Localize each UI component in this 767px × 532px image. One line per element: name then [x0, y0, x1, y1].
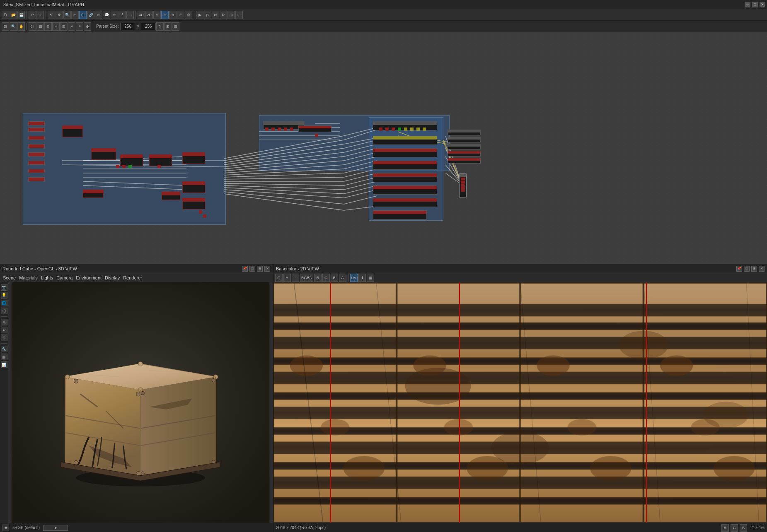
- status-icon-b[interactable]: B: [740, 524, 747, 532]
- node-10[interactable]: [91, 148, 116, 160]
- tb-link[interactable]: 🔗: [87, 11, 94, 19]
- tb-new[interactable]: 🗋: [2, 11, 9, 19]
- node-right-7[interactable]: [373, 198, 437, 207]
- tb2d-zoom-out[interactable]: −: [292, 274, 299, 282]
- sidebar-icon-camera[interactable]: 📷: [1, 284, 7, 291]
- menu-lights[interactable]: Lights: [40, 275, 54, 280]
- tb2-n5[interactable]: ⊟: [60, 22, 68, 31]
- sidebar-icon-grid[interactable]: ▦: [1, 354, 7, 360]
- node-15[interactable]: [182, 198, 205, 209]
- menu-scene[interactable]: Scene: [2, 275, 17, 280]
- node-17[interactable]: [83, 190, 104, 198]
- tb-settings2[interactable]: ⚙: [185, 11, 192, 19]
- menu-display[interactable]: Display: [104, 275, 121, 280]
- output-node[interactable]: [459, 173, 467, 198]
- node-right-3[interactable]: [373, 148, 437, 157]
- tb-mat[interactable]: M: [153, 11, 161, 19]
- menu-camera[interactable]: Camera: [55, 275, 74, 280]
- window-controls[interactable]: ─ □ ✕: [745, 2, 765, 7]
- tb-cut[interactable]: ✂: [71, 11, 79, 19]
- panel-3d-close[interactable]: ✕: [264, 266, 270, 272]
- panel-2d-maximize[interactable]: □: [744, 266, 750, 272]
- tb2d-channels[interactable]: RGBA: [300, 274, 313, 282]
- node-7[interactable]: [28, 169, 45, 173]
- graph-area[interactable]: [0, 32, 767, 264]
- node-13[interactable]: [182, 152, 205, 164]
- tb2-n1[interactable]: ⬡: [29, 22, 36, 31]
- status-icon-1[interactable]: ◉: [2, 525, 9, 531]
- node-far-right-2[interactable]: [448, 137, 481, 142]
- panel-3d-maximize[interactable]: □: [249, 266, 255, 272]
- node-4[interactable]: [28, 144, 45, 148]
- node-far-right-4[interactable]: [448, 151, 481, 156]
- node-far-right-1[interactable]: [448, 130, 481, 135]
- tb2-n3[interactable]: ⊞: [44, 22, 52, 31]
- sidebar-icon-env[interactable]: 🌐: [1, 300, 7, 306]
- node-1[interactable]: [28, 121, 45, 125]
- size-x-input[interactable]: [120, 23, 135, 30]
- tb-comment[interactable]: 💬: [103, 11, 110, 19]
- node-2[interactable]: [28, 128, 45, 132]
- tb2-zoom[interactable]: 🔍: [10, 22, 17, 31]
- tb2-size-reset[interactable]: ⊞: [164, 22, 172, 31]
- tb-open[interactable]: 📂: [10, 11, 17, 19]
- color-profile-dropdown[interactable]: ▼: [43, 525, 68, 531]
- tb-2d[interactable]: 2D: [145, 11, 153, 19]
- node-16[interactable]: [162, 192, 180, 200]
- tb2d-b[interactable]: B: [331, 274, 338, 282]
- tb-move[interactable]: ✥: [56, 11, 63, 19]
- node-right-5[interactable]: [373, 173, 437, 182]
- tb2-n2[interactable]: ▦: [36, 22, 44, 31]
- node-6[interactable]: [28, 161, 45, 165]
- tb2-fit[interactable]: ⊡: [2, 22, 9, 31]
- tb2-n7[interactable]: ⌖: [76, 22, 83, 31]
- sidebar-icon-light[interactable]: 💡: [1, 292, 7, 298]
- tb-render2[interactable]: ▷: [204, 11, 211, 19]
- tb-render3[interactable]: ⊕: [212, 11, 219, 19]
- viewport-3d[interactable]: [8, 282, 273, 523]
- node-11[interactable]: [120, 154, 143, 166]
- node-right-6[interactable]: [373, 185, 437, 195]
- tb-undo[interactable]: ↩: [29, 11, 36, 19]
- tb-grid[interactable]: ⊞: [126, 11, 134, 19]
- menu-environment[interactable]: Environment: [75, 275, 103, 280]
- sidebar-icon-obj[interactable]: ⬡: [1, 308, 7, 314]
- node-12[interactable]: [149, 154, 172, 166]
- node-9[interactable]: [62, 125, 83, 137]
- panel-3d-pin[interactable]: 📌: [242, 266, 248, 272]
- tb2-n4[interactable]: ≡: [52, 22, 60, 31]
- tb-graph[interactable]: A: [161, 11, 169, 19]
- status-icon-g[interactable]: G: [731, 524, 738, 532]
- tb2d-r[interactable]: R: [314, 274, 322, 282]
- node-3[interactable]: [28, 136, 45, 140]
- node-right-8[interactable]: [373, 210, 427, 219]
- tb-export[interactable]: E: [177, 11, 184, 19]
- maximize-button[interactable]: □: [752, 2, 758, 7]
- tb-bake[interactable]: B: [169, 11, 177, 19]
- tb2d-g[interactable]: G: [322, 274, 330, 282]
- sidebar-icon-tools[interactable]: 🔧: [1, 346, 7, 352]
- tb2-size-apply[interactable]: ↻: [156, 22, 164, 31]
- tb2-view-toggle[interactable]: ⊟: [172, 22, 179, 31]
- minimize-button[interactable]: ─: [745, 2, 750, 7]
- size-y-input[interactable]: [141, 23, 156, 30]
- node-far-right-3[interactable]: [448, 144, 481, 149]
- tb-zoom[interactable]: 🔍: [63, 11, 71, 19]
- tb-save[interactable]: 💾: [17, 11, 25, 19]
- panel-3d-split[interactable]: ⊞: [257, 266, 263, 272]
- panel-2d-close[interactable]: ✕: [759, 266, 765, 272]
- sidebar-icon-stats[interactable]: 📊: [1, 361, 7, 368]
- tb-3d[interactable]: 3D: [138, 11, 145, 19]
- panel-2d-pin[interactable]: 📌: [736, 266, 742, 272]
- tb-dots[interactable]: ⋮: [119, 11, 126, 19]
- tb-render1[interactable]: ▶: [196, 11, 203, 19]
- sidebar-icon-move[interactable]: ✥: [1, 319, 7, 325]
- node-right-2[interactable]: [373, 136, 437, 145]
- panel-3d-content[interactable]: 📷 💡 🌐 ⬡ ✥ ↻ ⊞ 🔧 ▦ 📊: [0, 282, 273, 523]
- tb-render4[interactable]: ↻: [220, 11, 227, 19]
- node-8[interactable]: [28, 177, 45, 181]
- status-icon-r[interactable]: R: [721, 524, 729, 532]
- close-button[interactable]: ✕: [760, 2, 765, 7]
- tb-redo[interactable]: ↪: [36, 11, 44, 19]
- tb-render5[interactable]: ⊞: [227, 11, 235, 19]
